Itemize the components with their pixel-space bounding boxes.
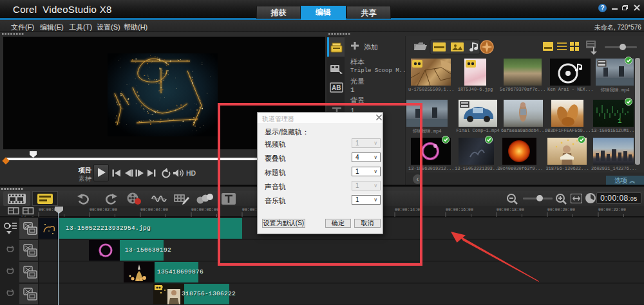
svg-text:1: 1: [618, 117, 622, 125]
svg-text:HD: HD: [186, 169, 196, 177]
svg-text:AB: AB: [332, 84, 341, 91]
